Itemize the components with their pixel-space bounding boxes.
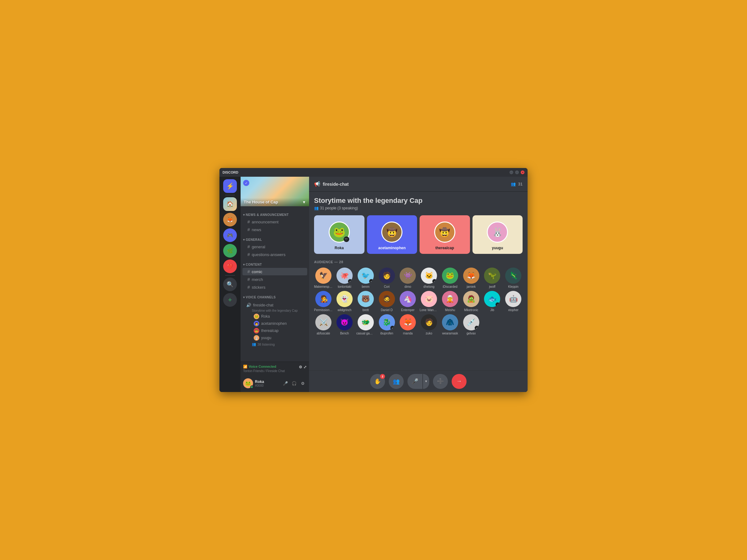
- channel-general[interactable]: # general: [242, 243, 307, 250]
- audience-member[interactable]: 🤖 xtopher: [504, 291, 522, 312]
- voice-user-therealcap[interactable]: 🤠 therealcap: [242, 327, 307, 334]
- audience-status-badge: ●: [432, 279, 437, 284]
- category-news-announcement[interactable]: ▾ NEWS & ANNOUNCEMENT: [240, 209, 309, 218]
- category-collapse-icon: ▾: [243, 263, 245, 266]
- channel-header-name: fireside-chat: [323, 182, 349, 187]
- audience-member[interactable]: 🐉 ● ibuprofen: [378, 314, 396, 335]
- audience-avatar: 🐸: [442, 268, 458, 284]
- channel-name: stickers: [252, 285, 265, 290]
- server-icon-4[interactable]: ❤️: [223, 260, 237, 273]
- server-header[interactable]: ✓ The House of Cap ▼: [240, 177, 309, 206]
- audience-member[interactable]: 🐟 ● Jib: [483, 291, 502, 312]
- add-server-button[interactable]: +: [223, 293, 237, 307]
- explore-servers-button[interactable]: 🔍: [223, 277, 237, 291]
- voice-user-avatar-therealcap: 🤠: [254, 328, 259, 334]
- audience-member[interactable]: 🐦 ● benm: [356, 268, 375, 288]
- audience-avatar: 🐷: [421, 291, 437, 307]
- audience-status-badge: ●: [369, 279, 374, 284]
- voice-user-avatar-roka: 🐸: [254, 314, 259, 319]
- hash-icon: #: [248, 244, 250, 249]
- audience-member[interactable]: 🧑 Cori: [378, 268, 396, 288]
- hash-icon: #: [248, 285, 250, 290]
- voice-channel-name-fireside[interactable]: 🔊 fireside-chat: [242, 301, 307, 309]
- mic-chevron[interactable]: ▼: [423, 374, 429, 389]
- discord-home-icon[interactable]: ⚡: [223, 179, 237, 193]
- speakers-grid: 🐸 🛡 Roka 🤠 acetaminophen: [314, 215, 522, 254]
- audience-avatar: 🐉 ●: [379, 314, 395, 330]
- channel-name: questions-answers: [252, 252, 285, 257]
- audience-member[interactable]: 🦅 Makemespeakrr: [314, 268, 333, 288]
- minimize-button[interactable]: —: [510, 170, 513, 174]
- speaker-avatar-wrap-roka: 🐸 🛡: [329, 221, 350, 243]
- audience-avatar: 🧔: [379, 291, 395, 307]
- voice-user-avatar-yuugu: 🐰: [254, 335, 259, 341]
- server-icon-1[interactable]: 🦊: [223, 213, 237, 226]
- audience-member[interactable]: 🧟 Miketronic: [462, 291, 481, 312]
- audience-member[interactable]: 🐸 iDiscarded: [441, 268, 459, 288]
- audience-member-name: dhelong: [423, 285, 435, 288]
- audience-member[interactable]: 🦊 jamiek: [462, 268, 481, 288]
- audience-member[interactable]: 🐱 ● dhelong: [419, 268, 438, 288]
- audience-member[interactable]: 🐷 Lone Wanderer: [419, 291, 438, 312]
- channel-name: news: [252, 228, 261, 232]
- audience-avatar: 🧑: [379, 268, 395, 284]
- hash-icon: #: [248, 227, 250, 232]
- audience-member[interactable]: 🐙 ● tontontaki: [335, 268, 354, 288]
- audience-member[interactable]: 🦄 Entemper: [398, 291, 417, 312]
- audience-member[interactable]: 🧔 Daniel D: [378, 291, 396, 312]
- channel-announcement[interactable]: # announcement: [242, 218, 307, 225]
- voice-connected-channel: Tonton Friends / Fireside Chat: [243, 369, 307, 373]
- user-display-name: Roka: [255, 379, 280, 384]
- voice-user-yuugu[interactable]: 🐰 yuugu: [242, 335, 307, 341]
- audience-member[interactable]: 🧥 wearamask: [441, 314, 459, 335]
- server-icon-2[interactable]: 🎮: [223, 229, 237, 242]
- server-icon-house-of-cap[interactable]: 🏠: [223, 197, 237, 211]
- audience-member[interactable]: 🧑‍🎤 Permission Man: [314, 291, 333, 312]
- settings-button[interactable]: ⚙: [299, 379, 307, 387]
- audience-avatar: 🦊: [400, 314, 416, 330]
- channel-questions-answers[interactable]: # questions-answers: [242, 251, 307, 258]
- close-button[interactable]: ✕: [521, 170, 524, 174]
- hash-icon: #: [248, 219, 250, 224]
- audience-avatar: 🐲: [358, 314, 374, 330]
- server-icon-3[interactable]: 🌿: [223, 244, 237, 258]
- category-voice-channels[interactable]: ▾ VOICE CHANNELS: [240, 291, 309, 300]
- audience-member[interactable]: 🦊 rnanda: [398, 314, 417, 335]
- audience-member[interactable]: 🐲 casual gamer: [356, 314, 375, 335]
- raise-hand-button[interactable]: ✋ 2: [370, 374, 385, 389]
- speaker-name-therealcap: therealcap: [435, 246, 454, 250]
- voice-settings-icon[interactable]: ⚙: [299, 365, 302, 369]
- mute-button[interactable]: 🎤: [282, 379, 289, 387]
- add-speaker-button[interactable]: ➕: [433, 374, 448, 389]
- audience-member[interactable]: 😈 Bench: [335, 314, 354, 335]
- channel-comic[interactable]: # comic: [242, 268, 307, 275]
- mic-button[interactable]: 🎤: [407, 374, 422, 389]
- members-button[interactable]: 👥: [389, 374, 404, 389]
- category-content[interactable]: ▾ CONTENT: [240, 259, 309, 268]
- audience-avatar: 🧑: [421, 314, 437, 330]
- audience-member[interactable]: 🐻 brett: [356, 291, 375, 312]
- maximize-button[interactable]: □: [515, 170, 519, 174]
- audience-member[interactable]: 👾 dimo: [398, 268, 417, 288]
- category-general[interactable]: ▾ GENERAL: [240, 234, 309, 243]
- channel-stickers[interactable]: # stickers: [242, 284, 307, 291]
- audience-avatar: 🦊: [463, 268, 479, 284]
- leave-stage-button[interactable]: →: [452, 374, 467, 389]
- hand-badge: 2: [380, 374, 385, 379]
- audience-avatar: 👾: [400, 268, 416, 284]
- voice-user-roka[interactable]: 🐸 Roka: [242, 313, 307, 320]
- audience-member[interactable]: 🧝 Meishu: [441, 291, 459, 312]
- deafen-button[interactable]: 🎧: [290, 379, 298, 387]
- channel-news[interactable]: # news: [242, 226, 307, 233]
- voice-user-acetaminophen[interactable]: 🧑 acetaminophen: [242, 320, 307, 327]
- audience-member[interactable]: ⚔️ abfuscate: [314, 314, 333, 335]
- audience-avatar: 🐙 ●: [336, 268, 353, 284]
- audience-member[interactable]: 🦎 Kleppin: [504, 268, 522, 288]
- audience-member-name: jwoff: [489, 285, 495, 288]
- audience-member[interactable]: 🧑 zuko: [419, 314, 438, 335]
- channel-merch[interactable]: # merch: [242, 276, 307, 283]
- audience-member[interactable]: 💉 ● getvax: [462, 314, 481, 335]
- voice-expand-icon[interactable]: ⤢: [304, 365, 307, 369]
- audience-member[interactable]: 👻 wildgrinch: [335, 291, 354, 312]
- audience-member[interactable]: 🦖 jwoff: [483, 268, 502, 288]
